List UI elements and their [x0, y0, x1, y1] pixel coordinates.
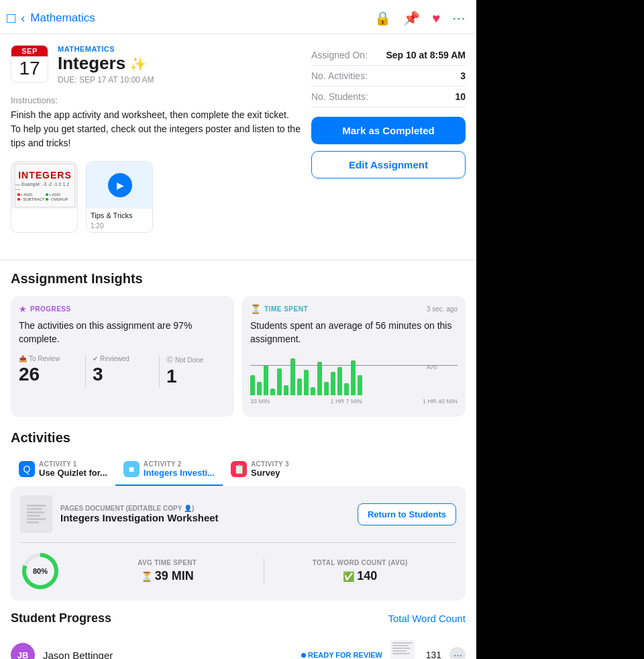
student-name: Jason Bettinger — [43, 650, 293, 659]
date-month: SEP — [11, 46, 48, 56]
chart-bar — [297, 378, 302, 395]
student-progress-title: Student Progress — [11, 611, 111, 625]
chart-bar — [270, 389, 275, 395]
chart-bar — [250, 375, 255, 395]
doc-info: PAGES DOCUMENT (EDITABLE COPY 👤) Integer… — [60, 505, 350, 523]
lock-icon[interactable]: 🔒 — [374, 10, 391, 26]
attachment-tips[interactable]: ▶ Tips & Tricks 1:20 — [86, 161, 153, 233]
to-review-value: 26 — [19, 364, 78, 385]
insights-grid: ★ PROGRESS The activities on this assign… — [0, 296, 476, 417]
avg-time-value: ⏳ 39 MIN — [71, 569, 264, 583]
progress-icon: ★ — [19, 304, 27, 314]
to-review-stat: 📤 To Review 26 — [19, 355, 78, 387]
activities-title: Activities — [0, 430, 476, 446]
edit-assignment-button[interactable]: Edit Assignment — [311, 151, 466, 179]
progress-category: PROGRESS — [30, 305, 71, 313]
time-spent-card: ⏳ TIME SPENT 3 sec. ago Students spent a… — [242, 296, 466, 417]
chart-bar — [344, 383, 349, 395]
avatar: JB — [11, 643, 35, 659]
tips-label: Tips & Tricks — [87, 209, 152, 222]
student-doc-thumbnail — [390, 640, 415, 659]
nav-title[interactable]: Mathematics — [30, 11, 95, 25]
activity-3-number: ACTIVITY 3 — [251, 460, 289, 468]
chart-bar — [337, 367, 342, 395]
word-count-value: ✅ 140 — [264, 569, 457, 583]
chart-bar — [257, 382, 262, 395]
time-timestamp: 3 sec. ago — [427, 305, 458, 313]
date-day: 17 — [11, 56, 48, 82]
reviewed-label: Reviewed — [100, 355, 129, 362]
back-chevron-icon[interactable]: ‹ — [21, 11, 25, 26]
return-to-students-button[interactable]: Return to Students — [358, 503, 456, 525]
mark-completed-button[interactable]: Mark as Completed — [311, 117, 466, 144]
tips-duration: 1:20 — [87, 222, 152, 232]
activity-2-number: ACTIVITY 2 — [144, 460, 215, 468]
chart-bar — [311, 387, 315, 395]
time-text: Students spent an average of 56 minutes … — [250, 319, 458, 346]
total-word-count-link[interactable]: Total Word Count — [388, 613, 466, 624]
student-progress-header: Student Progress Total Word Count — [0, 611, 476, 625]
instructions-label: Instructions: — [11, 95, 301, 105]
status-badge: READY FOR REVIEW — [301, 651, 382, 659]
time-category: TIME SPENT — [264, 305, 308, 313]
activity-2-name: Integers Investi... — [144, 468, 215, 478]
reviewed-value: 3 — [93, 364, 152, 385]
attachments: INTEGERS — Example: -3 -2 -1 0 1 2 — + A… — [11, 161, 301, 233]
insights-title: Assignment Insights — [0, 271, 476, 287]
no-activities-row: No. Activities: 3 — [311, 66, 466, 87]
activity-tab-3[interactable]: 📋 ACTIVITY 3 Survey — [223, 455, 303, 486]
chart-label-2: 1 HR 7 MIN — [330, 398, 362, 405]
doc-row: PAGES DOCUMENT (EDITABLE COPY 👤) Integer… — [20, 495, 456, 533]
chart-label-1: 33 MIN — [250, 398, 270, 405]
assignment-title: Integers ✨ — [58, 53, 154, 74]
sparkle-icon: ✨ — [129, 56, 146, 72]
no-students-label: No. Students: — [311, 91, 368, 102]
subject-label: MATHEMATICS — [58, 45, 154, 53]
activity-tab-1[interactable]: Q ACTIVITY 1 Use Quizlet for... — [11, 455, 115, 486]
doc-name: Integers Investigation Worksheet — [60, 512, 350, 523]
metrics-row: 80% AVG TIME SPENT ⏳ 39 MIN TOTAL WORD C… — [20, 542, 456, 591]
progress-text: The activities on this assignment are 97… — [19, 319, 226, 346]
pin-icon[interactable]: 📌 — [403, 10, 420, 26]
not-done-label: Not Done — [175, 356, 203, 364]
activity-1-number: ACTIVITY 1 — [39, 460, 107, 468]
chart-bar — [304, 370, 309, 395]
more-icon[interactable]: ⋯ — [452, 10, 466, 26]
progress-card: ★ PROGRESS The activities on this assign… — [11, 296, 234, 417]
chart-label-3: 1 HR 40 MIN — [423, 398, 458, 405]
chart-bar — [324, 382, 329, 395]
activity-3-icon: 📋 — [231, 461, 247, 477]
chart-bar — [284, 385, 288, 395]
avg-time-header: AVG TIME SPENT — [71, 559, 264, 566]
student-word-count: 131 — [423, 650, 441, 659]
activity-tab-2[interactable]: ■ ACTIVITY 2 Integers Investi... — [115, 455, 223, 486]
chart-bar — [317, 362, 322, 395]
attachment-poster[interactable]: INTEGERS — Example: -3 -2 -1 0 1 2 — + A… — [11, 161, 78, 233]
heart-icon[interactable]: ♥ — [432, 11, 440, 26]
to-review-label: To Review — [29, 355, 60, 362]
no-activities-value: 3 — [460, 70, 466, 81]
student-more-button[interactable]: ⋯ — [449, 647, 466, 659]
chart-bar — [277, 368, 282, 395]
not-done-stat: Ⓒ Not Done 1 — [166, 355, 226, 387]
student-list: JB Jason Bettinger READY FOR REVIEW 131 … — [0, 632, 476, 659]
date-badge: SEP 17 — [11, 45, 48, 83]
assigned-on-value: Sep 10 at 8:59 AM — [386, 50, 466, 60]
time-chart: AVG 33 MIN 1 HR 7 MIN 1 HR 40 MIN — [250, 355, 458, 409]
activity-1-icon: Q — [19, 461, 35, 477]
activity-1-name: Use Quizlet for... — [39, 468, 107, 478]
due-label: DUE: SEP 17 AT 10:00 AM — [58, 75, 154, 85]
sidebar-toggle-icon[interactable]: □ — [7, 9, 15, 27]
assigned-on-row: Assigned On: Sep 10 at 8:59 AM — [311, 45, 466, 66]
activity-2-icon: ■ — [123, 461, 140, 477]
progress-circle: 80% — [20, 551, 60, 591]
word-count-header: TOTAL WORD COUNT (AVG) — [264, 559, 457, 566]
avg-time-metric: AVG TIME SPENT ⏳ 39 MIN — [71, 559, 264, 583]
play-icon[interactable]: ▶ — [108, 173, 132, 197]
no-students-row: No. Students: 10 — [311, 87, 466, 107]
word-count-metric: TOTAL WORD COUNT (AVG) ✅ 140 — [264, 559, 457, 583]
status-dot — [301, 653, 306, 658]
no-activities-label: No. Activities: — [311, 70, 368, 81]
reviewed-stat: ✔ Reviewed 3 — [93, 355, 152, 387]
not-done-value: 1 — [166, 366, 226, 387]
